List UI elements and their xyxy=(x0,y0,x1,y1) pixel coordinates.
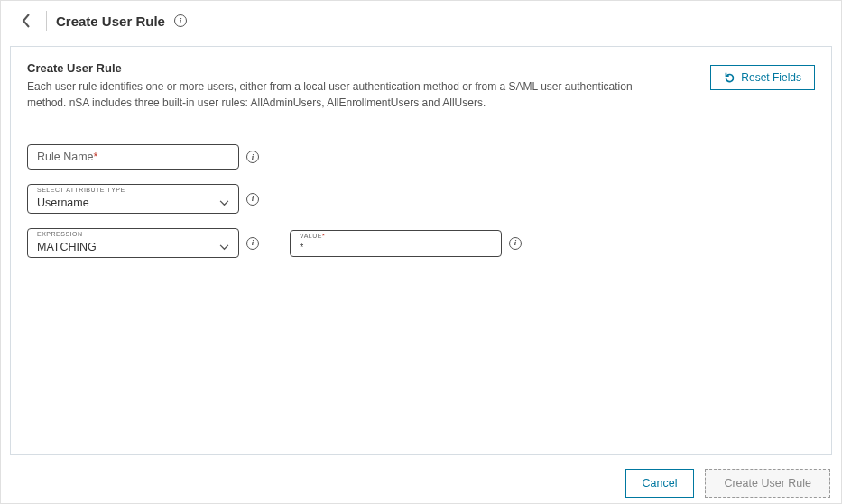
footer-actions: Cancel Create User Rule xyxy=(625,469,831,498)
value-label: VALUE* xyxy=(300,233,325,239)
info-icon[interactable]: i xyxy=(246,193,259,206)
expression-value-row: EXPRESSION MATCHING i VALUE* * i xyxy=(27,228,815,258)
rule-name-placeholder: Rule Name* xyxy=(37,151,97,163)
attribute-type-value: Username xyxy=(37,197,89,209)
back-button[interactable] xyxy=(15,10,37,32)
value-input[interactable]: VALUE* * xyxy=(290,230,502,257)
value-content: * xyxy=(300,243,303,252)
cancel-button[interactable]: Cancel xyxy=(625,469,695,498)
info-icon[interactable]: i xyxy=(509,237,522,250)
attribute-type-select[interactable]: SELECT ATTRIBUTE TYPE Username xyxy=(27,184,239,214)
info-icon[interactable]: i xyxy=(246,237,259,250)
divider xyxy=(46,11,47,31)
reset-label: Reset Fields xyxy=(741,71,801,84)
info-icon[interactable]: i xyxy=(246,151,259,163)
chevron-left-icon xyxy=(22,14,31,28)
reset-icon xyxy=(724,72,736,84)
expression-value: MATCHING xyxy=(37,241,97,253)
chevron-down-icon xyxy=(219,240,229,253)
expression-label: EXPRESSION xyxy=(37,231,83,237)
page-title: Create User Rule xyxy=(56,14,165,29)
panel-header: Create User Rule Each user rule identifi… xyxy=(27,61,815,124)
section-title: Create User Rule xyxy=(27,61,659,75)
panel-header-text: Create User Rule Each user rule identifi… xyxy=(27,61,659,111)
expression-select[interactable]: EXPRESSION MATCHING xyxy=(27,228,239,258)
form-panel: Create User Rule Each user rule identifi… xyxy=(10,46,832,455)
form-area: Rule Name* i SELECT ATTRIBUTE TYPE Usern… xyxy=(27,124,815,258)
info-icon[interactable]: i xyxy=(174,14,187,27)
attribute-type-label: SELECT ATTRIBUTE TYPE xyxy=(37,187,125,193)
create-user-rule-button[interactable]: Create User Rule xyxy=(705,469,830,498)
rule-name-row: Rule Name* i xyxy=(27,144,815,170)
rule-name-input[interactable]: Rule Name* xyxy=(27,144,239,170)
reset-fields-button[interactable]: Reset Fields xyxy=(710,65,815,90)
attribute-type-row: SELECT ATTRIBUTE TYPE Username i xyxy=(27,184,815,214)
chevron-down-icon xyxy=(219,196,229,209)
page-header: Create User Rule i xyxy=(1,1,841,41)
section-description: Each user rule identifies one or more us… xyxy=(27,78,659,111)
